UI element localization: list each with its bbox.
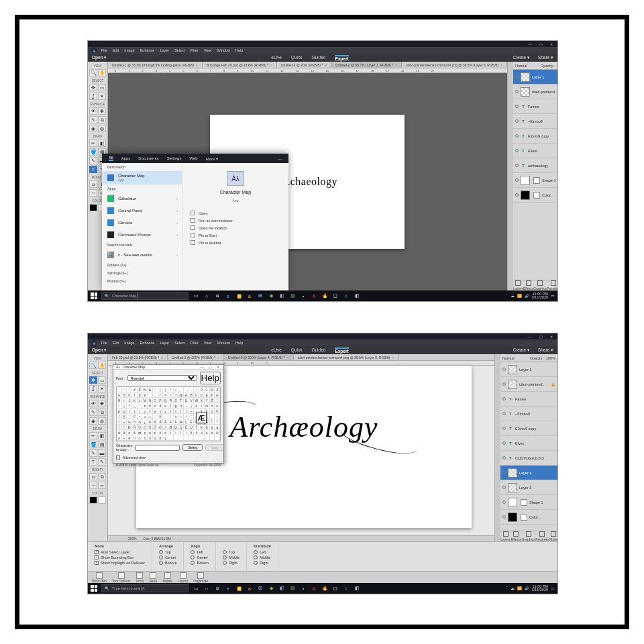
menu-filter[interactable]: Filter [190,341,198,345]
visibility-toggle[interactable] [515,164,519,167]
tray-cloud-icon[interactable]: ☁ [511,586,515,590]
mode-expert[interactable]: Expert [335,55,348,61]
panel-collapse-strip[interactable] [495,354,500,541]
create-button[interactable]: Create ▾ [513,55,530,60]
menu-select[interactable]: Select [174,341,184,345]
layer-row[interactable]: Layer 4 [500,466,557,480]
eraser-tool[interactable]: ◧ [98,140,106,147]
app-icon[interactable]: ◧ [278,292,285,299]
app-icon[interactable]: ◆ [268,292,274,299]
dropbox-icon[interactable]: ⧈ [214,585,221,592]
edge-icon[interactable]: e [225,292,231,299]
tray-up-icon[interactable]: ˄ [506,294,508,298]
visibility-toggle[interactable] [502,486,506,489]
panel-tab-favorites[interactable]: Favorites [535,531,549,541]
clone-tool[interactable]: ⧉ [98,116,106,123]
move-tool[interactable]: ✥ [89,376,97,384]
redo-button[interactable]: Redo [149,572,157,583]
visibility-toggle[interactable] [502,500,506,504]
create-button[interactable]: Create ▾ [513,347,530,353]
excel-icon[interactable]: X [343,292,350,299]
layer-row[interactable]: TFairies [513,99,557,114]
sponge-tool[interactable]: ◍ [98,125,106,132]
settings-header[interactable]: Settings (4+) [102,269,182,277]
layer-row[interactable]: Layer 3 [500,480,557,495]
minimize-button[interactable]: — [199,365,205,369]
layer-row[interactable]: TElves [500,436,557,451]
panel-tab-effects[interactable]: Effects [523,280,533,290]
tray-cloud-icon[interactable]: ☁ [511,294,515,298]
tray-wifi-icon[interactable]: 📶 [517,586,522,590]
close-button[interactable]: ✕ [548,42,555,46]
visibility-toggle[interactable] [502,412,506,415]
menu-file[interactable]: File [101,48,107,52]
open-button[interactable]: Open ▾ [92,55,107,60]
cortana-icon[interactable]: ○ [203,292,210,299]
lasso-tool[interactable]: ʆ [89,93,97,100]
app-result-cmd[interactable]: Command Prompt› [102,229,182,241]
close-button[interactable]: ✕ [215,365,221,369]
mode-elive[interactable]: eLive [271,347,282,354]
adobe-icon[interactable]: A [311,292,317,299]
fg-color-swatch[interactable] [89,496,97,504]
layer-row[interactable]: Shape 1 [500,495,557,510]
panel-tab-more[interactable]: More [549,531,557,541]
action-pin-start[interactable]: Pin to Start [191,233,283,237]
explorer-icon[interactable]: ▆ [235,292,242,299]
layout-button[interactable]: Layout [178,572,188,583]
menu-edit[interactable]: Edit [113,341,119,345]
visibility-toggle[interactable] [515,90,519,93]
hand-tool[interactable]: ✋ [98,362,106,369]
search-tab-documents[interactable]: Documents [138,156,158,160]
blur-tool[interactable]: ◉ [89,125,97,132]
app-icon[interactable]: ▪ [300,292,307,299]
characters-to-copy-input[interactable] [135,445,180,451]
share-button[interactable]: Share ▾ [538,347,553,353]
taskbar-search[interactable]: 🔍 Character Map [101,292,189,300]
quick-select-tool[interactable]: ✶ [98,385,106,392]
layer-row[interactable]: Tarchaeology [513,158,557,173]
action-open-file-location[interactable]: Open file location [191,225,283,230]
doc-tab[interactable]: Untitled-2 @ 66.7% (Layer 1, RGB/8) *× [331,62,402,68]
panel-collapse-strip[interactable] [508,62,513,290]
mode-quick[interactable]: Quick [291,347,303,354]
menu-layer[interactable]: Layer [160,48,169,52]
app-result-calculator[interactable]: Calculator› [102,193,182,205]
menu-select[interactable]: Select [174,48,184,52]
app-icon[interactable]: ◧ [354,292,360,299]
firefox-icon[interactable]: 🔥 [321,292,328,299]
menu-help[interactable]: Help [235,341,243,345]
menu-window[interactable]: Window [217,48,231,52]
doc-tab[interactable]: Untitled-3 @ 200% (Layer 4, RGB/8) *× [224,354,293,360]
zoom-value[interactable]: 200% [128,537,137,541]
doc-tab[interactable]: tdavi-paintersfaeries-crimson4.png @ 38.… [402,62,507,68]
photo-bin-button[interactable]: Photo Bin [92,572,107,583]
brush-tool[interactable]: ✏ [89,140,97,147]
menu-edit[interactable]: Edit [113,48,119,52]
panel-tab-graphics[interactable]: Graphics [533,280,547,290]
search-tab-more[interactable]: More ▾ [206,156,218,161]
store-icon[interactable]: ⊞ [257,292,264,299]
fg-color-swatch[interactable] [89,204,97,211]
search-tab-all[interactable]: All [109,156,113,161]
copy-button[interactable]: Copy [205,444,224,451]
notifications-icon[interactable]: ▭ [551,586,555,590]
fill-tool[interactable]: 🪣 [89,148,97,156]
visibility-toggle[interactable] [502,397,506,400]
opacity-value[interactable]: 100% [546,356,555,360]
content-move-tool[interactable]: ↔ [89,189,97,197]
cortana-icon[interactable]: ○ [203,585,210,592]
menu-enhance[interactable]: Enhance [140,341,155,345]
dropbox-icon[interactable]: ⧈ [214,292,221,299]
menu-layer[interactable]: Layer [160,341,169,345]
action-run-admin[interactable]: Run as administrator [191,218,283,223]
task-view-icon[interactable]: ▭ [193,292,199,299]
maximize-button[interactable]: ▢ [537,335,544,339]
layer-row[interactable]: TFairies [500,392,557,407]
close-icon[interactable]: × [325,63,327,67]
maximize-button[interactable]: ▢ [207,365,213,369]
search-feedback-icon[interactable]: ⋯ [278,156,282,161]
mode-quick[interactable]: Quick [291,55,303,61]
redeye-tool[interactable]: 👁 [89,107,97,115]
start-button[interactable] [91,585,97,592]
